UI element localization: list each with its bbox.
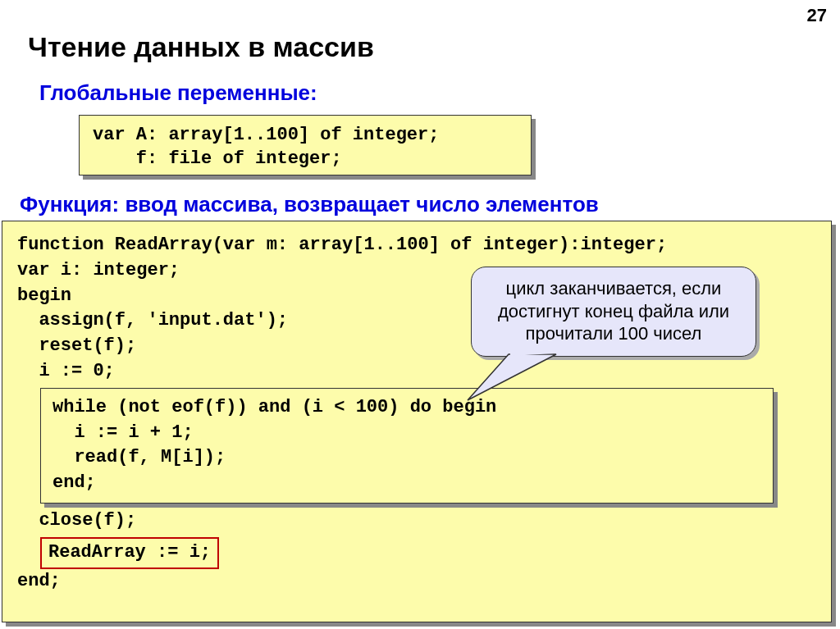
globals-code-box: var A: array[1..100] of integer; f: file… — [79, 115, 532, 175]
callout-bubble: цикл заканчивается, если достигнут конец… — [471, 267, 756, 357]
code-line: close(f); — [17, 508, 816, 534]
code-line: ReadArray := i; — [48, 542, 211, 563]
code-line: read(f, M[i]); — [52, 445, 761, 471]
page-number: 27 — [807, 5, 827, 26]
code-line: function ReadArray(var m: array[1..100] … — [17, 233, 816, 258]
code-line: i := 0; — [17, 359, 816, 385]
code-line: end; — [52, 471, 761, 496]
subtitle-globals: Глобальные переменные: — [39, 80, 317, 106]
code-line: i := i + 1; — [52, 421, 761, 446]
code-line: end; — [17, 569, 816, 595]
inner-code-box: while (not eof(f)) and (i < 100) do begi… — [40, 388, 774, 504]
slide-title: Чтение данных в массив — [28, 31, 374, 63]
subtitle-function: Функция: ввод массива, возвращает число … — [20, 192, 599, 217]
svg-marker-0 — [468, 354, 556, 400]
highlight-box: ReadArray := i; — [40, 537, 219, 569]
code-line: while (not eof(f)) and (i < 100) do begi… — [52, 395, 761, 421]
